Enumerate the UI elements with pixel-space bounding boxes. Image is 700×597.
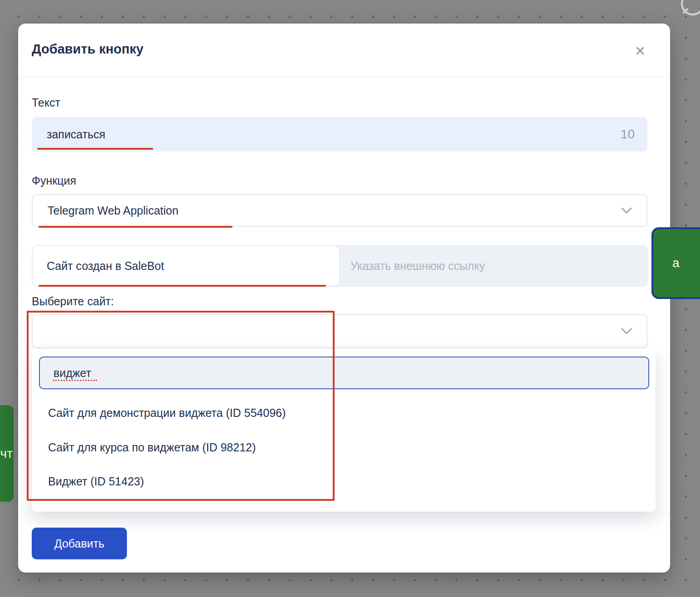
close-icon[interactable]: × <box>627 38 653 64</box>
search-icon[interactable] <box>677 0 700 21</box>
flow-node-right[interactable]: а <box>651 227 700 299</box>
tab-external-link[interactable]: Указать внешнюю ссылку <box>339 245 648 287</box>
function-select[interactable]: Telegram Web Application <box>32 194 647 227</box>
flow-node-left-label: чт <box>0 446 13 461</box>
modal-title: Добавить кнопку <box>32 42 143 57</box>
function-select-value: Telegram Web Application <box>33 204 179 217</box>
dropdown-option[interactable]: Сайт для курса по виджетам (ID 98212) <box>32 431 656 464</box>
link-source-tabs: Сайт создан в SaleBot Указать внешнюю сс… <box>32 245 648 287</box>
site-select-label: Выберите сайт: <box>32 295 114 308</box>
flow-node-left[interactable]: чт <box>0 405 14 502</box>
flow-node-right-label: а <box>672 256 680 270</box>
site-search-wrap <box>39 357 649 389</box>
modal-header: Добавить кнопку × <box>18 24 670 77</box>
canvas: { "canvas": { "partial_node_right_label"… <box>0 0 700 597</box>
add-button[interactable]: Добавить <box>32 528 127 559</box>
chevron-down-icon <box>621 207 632 214</box>
site-search-input[interactable] <box>40 357 648 388</box>
dropdown-option[interactable]: Сайт для демонстрации виджета (ID 554096… <box>32 396 656 429</box>
text-field-label: Текст <box>32 96 60 109</box>
function-field-label: Функция <box>32 174 76 187</box>
dropdown-option[interactable]: Виджет (ID 51423) <box>32 465 656 498</box>
char-counter: 10 <box>621 127 647 142</box>
add-button-modal: Добавить кнопку × Текст 10 Функция Teleg… <box>18 24 670 573</box>
button-text-input[interactable] <box>32 117 621 152</box>
chevron-down-icon <box>621 328 632 334</box>
footer-divider <box>18 514 670 514</box>
site-select[interactable] <box>32 314 647 348</box>
button-text-input-wrap: 10 <box>32 117 647 152</box>
site-dropdown-panel: Сайт для демонстрации виджета (ID 554096… <box>32 348 656 512</box>
tab-salebot-site[interactable]: Сайт создан в SaleBot <box>33 246 339 286</box>
